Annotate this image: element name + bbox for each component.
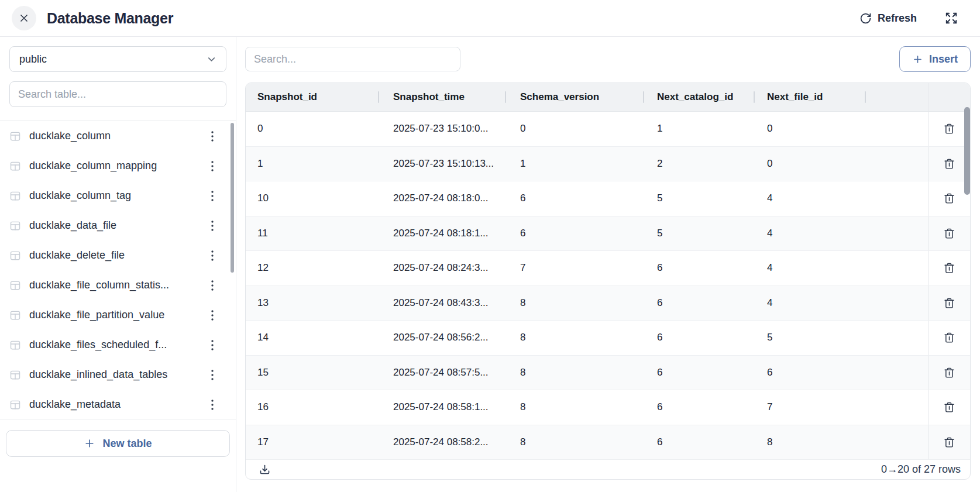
cell-snapshot-time[interactable]: 2025-07-24 08:56:2... bbox=[378, 321, 505, 355]
schema-selector[interactable]: public bbox=[9, 46, 226, 72]
delete-row-button[interactable] bbox=[941, 120, 958, 137]
kebab-icon bbox=[211, 250, 214, 261]
fullscreen-button[interactable] bbox=[945, 12, 958, 25]
cell-next-catalog-id[interactable]: 6 bbox=[643, 321, 754, 355]
cell-schema-version[interactable]: 0 bbox=[505, 112, 643, 146]
row-search-input[interactable] bbox=[245, 47, 460, 71]
delete-row-button[interactable] bbox=[941, 329, 958, 346]
table-scrollbar-thumb[interactable] bbox=[964, 107, 970, 195]
cell-snapshot-time[interactable]: 2025-07-24 08:24:3... bbox=[378, 251, 505, 285]
close-button[interactable] bbox=[12, 6, 36, 30]
cell-next-file-id[interactable]: 5 bbox=[754, 321, 865, 355]
cell-actions bbox=[928, 321, 970, 355]
table-item-menu-button[interactable] bbox=[209, 190, 216, 202]
cell-schema-version[interactable]: 6 bbox=[505, 216, 643, 251]
table-list-item[interactable]: ducklake_column_tag bbox=[0, 181, 236, 211]
cell-snapshot-id[interactable]: 17 bbox=[246, 425, 378, 460]
cell-next-file-id[interactable]: 4 bbox=[754, 216, 865, 251]
cell-snapshot-id[interactable]: 15 bbox=[246, 356, 378, 390]
cell-snapshot-time[interactable]: 2025-07-24 08:18:0... bbox=[378, 181, 505, 216]
cell-next-file-id[interactable]: 6 bbox=[754, 356, 865, 390]
delete-row-button[interactable] bbox=[941, 433, 958, 451]
table-list-item[interactable]: ducklake_file_partition_value bbox=[0, 300, 236, 330]
table-item-menu-button[interactable] bbox=[209, 309, 216, 322]
table-icon bbox=[9, 309, 21, 321]
table-header-row: Snapshot_id Snapshot_time Schema_version… bbox=[246, 83, 970, 112]
cell-schema-version[interactable]: 8 bbox=[505, 356, 643, 390]
cell-next-catalog-id[interactable]: 5 bbox=[643, 181, 754, 216]
cell-next-catalog-id[interactable]: 6 bbox=[643, 286, 754, 321]
cell-spacer bbox=[865, 216, 928, 251]
cell-next-catalog-id[interactable]: 2 bbox=[643, 147, 754, 181]
table-list-item[interactable]: ducklake_file_column_statis... bbox=[0, 270, 236, 300]
cell-schema-version[interactable]: 1 bbox=[505, 147, 643, 181]
table-list-item[interactable]: ducklake_metadata bbox=[0, 390, 236, 419]
table-item-menu-button[interactable] bbox=[209, 279, 216, 292]
cell-next-file-id[interactable]: 0 bbox=[754, 112, 865, 146]
delete-row-button[interactable] bbox=[941, 364, 958, 381]
cell-snapshot-id[interactable]: 14 bbox=[246, 321, 378, 355]
cell-snapshot-time[interactable]: 2025-07-24 08:57:5... bbox=[378, 356, 505, 390]
table-search-input[interactable] bbox=[9, 81, 226, 107]
table-item-menu-button[interactable] bbox=[209, 369, 216, 381]
cell-snapshot-time[interactable]: 2025-07-24 08:58:1... bbox=[378, 390, 505, 425]
cell-schema-version[interactable]: 8 bbox=[505, 286, 643, 321]
new-table-button[interactable]: New table bbox=[6, 430, 230, 457]
table-list-item[interactable]: ducklake_delete_file bbox=[0, 240, 236, 270]
cell-next-catalog-id[interactable]: 5 bbox=[643, 216, 754, 251]
trash-icon bbox=[943, 366, 955, 379]
cell-schema-version[interactable]: 8 bbox=[505, 425, 643, 460]
table-item-menu-button[interactable] bbox=[209, 160, 216, 173]
plus-icon bbox=[84, 438, 95, 449]
cell-next-file-id[interactable]: 7 bbox=[754, 390, 865, 425]
table-icon bbox=[9, 339, 21, 351]
table-list-item[interactable]: ducklake_column_mapping bbox=[0, 151, 236, 181]
table-item-menu-button[interactable] bbox=[209, 249, 216, 262]
cell-snapshot-time[interactable]: 2025-07-24 08:18:1... bbox=[378, 216, 505, 251]
insert-button[interactable]: Insert bbox=[899, 46, 971, 72]
cell-schema-version[interactable]: 7 bbox=[505, 251, 643, 285]
cell-snapshot-id[interactable]: 0 bbox=[246, 112, 378, 146]
delete-row-button[interactable] bbox=[941, 294, 958, 312]
cell-snapshot-id[interactable]: 12 bbox=[246, 251, 378, 285]
cell-next-catalog-id[interactable]: 1 bbox=[643, 112, 754, 146]
table-list-item[interactable]: ducklake_inlined_data_tables bbox=[0, 360, 236, 390]
delete-row-button[interactable] bbox=[941, 155, 958, 173]
cell-schema-version[interactable]: 8 bbox=[505, 321, 643, 355]
cell-snapshot-time[interactable]: 2025-07-23 15:10:13... bbox=[378, 147, 505, 181]
cell-snapshot-id[interactable]: 1 bbox=[246, 147, 378, 181]
cell-next-file-id[interactable]: 4 bbox=[754, 181, 865, 216]
table-item-menu-button[interactable] bbox=[209, 219, 216, 232]
cell-snapshot-id[interactable]: 11 bbox=[246, 216, 378, 251]
cell-schema-version[interactable]: 8 bbox=[505, 390, 643, 425]
table-list-item[interactable]: ducklake_data_file bbox=[0, 211, 236, 240]
export-button[interactable] bbox=[257, 462, 272, 477]
cell-snapshot-time[interactable]: 2025-07-23 15:10:0... bbox=[378, 112, 505, 146]
refresh-button[interactable]: Refresh bbox=[859, 12, 917, 25]
cell-next-file-id[interactable]: 8 bbox=[754, 425, 865, 460]
sidebar-scrollbar-thumb[interactable] bbox=[231, 123, 234, 273]
cell-spacer bbox=[865, 425, 928, 460]
cell-snapshot-id[interactable]: 10 bbox=[246, 181, 378, 216]
cell-next-file-id[interactable]: 0 bbox=[754, 147, 865, 181]
cell-snapshot-id[interactable]: 13 bbox=[246, 286, 378, 321]
cell-snapshot-time[interactable]: 2025-07-24 08:43:3... bbox=[378, 286, 505, 321]
delete-row-button[interactable] bbox=[941, 190, 958, 207]
cell-next-file-id[interactable]: 4 bbox=[754, 286, 865, 321]
cell-next-catalog-id[interactable]: 6 bbox=[643, 390, 754, 425]
delete-row-button[interactable] bbox=[941, 398, 958, 416]
cell-snapshot-time[interactable]: 2025-07-24 08:58:2... bbox=[378, 425, 505, 460]
cell-snapshot-id[interactable]: 16 bbox=[246, 390, 378, 425]
cell-schema-version[interactable]: 6 bbox=[505, 181, 643, 216]
cell-next-catalog-id[interactable]: 6 bbox=[643, 251, 754, 285]
table-list-item[interactable]: ducklake_column bbox=[0, 121, 236, 151]
table-list-item[interactable]: ducklake_files_scheduled_f... bbox=[0, 330, 236, 360]
cell-next-catalog-id[interactable]: 6 bbox=[643, 425, 754, 460]
cell-next-catalog-id[interactable]: 6 bbox=[643, 356, 754, 390]
cell-next-file-id[interactable]: 4 bbox=[754, 251, 865, 285]
delete-row-button[interactable] bbox=[941, 225, 958, 242]
table-item-menu-button[interactable] bbox=[209, 339, 216, 352]
delete-row-button[interactable] bbox=[941, 259, 958, 277]
table-item-menu-button[interactable] bbox=[209, 130, 216, 143]
table-item-menu-button[interactable] bbox=[209, 398, 216, 411]
